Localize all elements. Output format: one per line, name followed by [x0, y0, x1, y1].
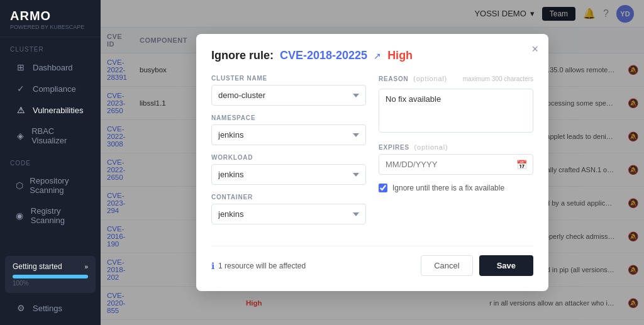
chevron-right-icon: »: [84, 263, 88, 270]
rbac-icon: ◈: [15, 131, 25, 141]
save-button[interactable]: Save: [479, 255, 533, 276]
sidebar-bottom: Getting started » 100% ⚙ Settings: [0, 251, 101, 325]
settings-icon: ⚙: [15, 303, 26, 313]
sidebar-item-compliance[interactable]: ✓ Compliance: [5, 79, 96, 99]
sidebar-item-label: Dashboard: [33, 63, 73, 72]
ignore-rule-modal: × Ignore rule: CVE-2018-20225 ↗ High CLU…: [196, 34, 548, 291]
repo-scanning-icon: ⬡: [15, 180, 23, 190]
sidebar-item-label: Settings: [33, 304, 62, 313]
getting-started-label: Getting started: [13, 262, 62, 271]
sidebar-item-vulnerabilities[interactable]: ⚠ Vulnerabilities: [5, 100, 96, 120]
reason-group: REASON (optional) maximum 300 characters…: [379, 75, 533, 135]
affected-info: ℹ 1 resource will be affected: [211, 261, 306, 271]
modal-severity: High: [387, 49, 413, 62]
namespace-group: NAMESPACE jenkins: [211, 114, 366, 145]
cluster-section-label: CLUSTER: [0, 37, 101, 57]
affected-text: 1 resource will be affected: [218, 262, 306, 270]
modal-close-button[interactable]: ×: [531, 43, 538, 56]
container-label: CONTAINER: [211, 194, 366, 201]
getting-started-widget: Getting started » 100%: [5, 256, 96, 293]
expires-input[interactable]: [379, 154, 533, 175]
sidebar-item-rbac[interactable]: ◈ RBAC Visualizer: [5, 121, 96, 150]
modal-title: Ignore rule:: [211, 49, 274, 62]
checkbox-label: Ignore until there is a fix available: [392, 184, 504, 192]
getting-started-header: Getting started »: [13, 262, 88, 271]
sidebar: ARMO POWERED BY KUBESCAPE CLUSTER ⊞ Dash…: [0, 0, 101, 325]
expires-group: EXPIRES (optional) 📅: [379, 143, 533, 175]
expires-input-wrapper: 📅: [379, 154, 533, 175]
modal-right-column: REASON (optional) maximum 300 characters…: [379, 75, 533, 233]
fix-available-checkbox[interactable]: [379, 184, 387, 192]
code-section-label: CODE: [0, 151, 101, 170]
registry-scanning-icon: ◉: [15, 211, 25, 221]
sidebar-item-label: Vulnerabilities: [33, 106, 83, 115]
cluster-name-label: CLUSTER NAME: [211, 75, 366, 82]
cancel-button[interactable]: Cancel: [421, 255, 472, 276]
calendar-icon: 📅: [516, 160, 527, 170]
workload-select[interactable]: jenkins: [211, 164, 366, 185]
container-select[interactable]: jenkins: [211, 204, 366, 224]
sidebar-item-registry-scanning[interactable]: ◉ Registry Scanning: [5, 201, 96, 230]
namespace-label: NAMESPACE: [211, 114, 366, 121]
sidebar-item-label: Registry Scanning: [31, 206, 86, 225]
modal-body: CLUSTER NAME demo-cluster NAMESPACE jenk…: [211, 75, 533, 233]
modal-header: Ignore rule: CVE-2018-20225 ↗ High: [211, 49, 533, 62]
expires-label: EXPIRES (optional): [379, 143, 533, 151]
sidebar-item-label: RBAC Visualizer: [31, 126, 86, 145]
progress-label: 100%: [13, 280, 88, 287]
progress-bar-background: [13, 275, 88, 278]
modal-overlay: × Ignore rule: CVE-2018-20225 ↗ High CLU…: [101, 0, 644, 325]
app-name: ARMO: [10, 9, 91, 23]
powered-by: POWERED BY KUBESCAPE: [10, 24, 91, 30]
modal-footer: ℹ 1 resource will be affected Cancel Sav…: [211, 246, 533, 276]
external-link-icon[interactable]: ↗: [374, 51, 381, 61]
modal-cve-id: CVE-2018-20225: [280, 49, 367, 62]
modal-left-column: CLUSTER NAME demo-cluster NAMESPACE jenk…: [211, 75, 366, 233]
progress-bar-fill: [13, 275, 88, 278]
cluster-name-group: CLUSTER NAME demo-cluster: [211, 75, 366, 106]
namespace-select[interactable]: jenkins: [211, 124, 366, 145]
reason-max-chars: maximum 300 characters: [463, 75, 533, 82]
reason-header: REASON (optional) maximum 300 characters: [379, 75, 533, 82]
sidebar-item-repo-scanning[interactable]: ⬡ Repository Scanning: [5, 171, 96, 200]
reason-label: REASON (optional): [379, 75, 447, 82]
sidebar-item-label: Compliance: [33, 84, 76, 94]
sidebar-item-label: Repository Scanning: [30, 176, 86, 195]
reason-textarea[interactable]: No fix available: [379, 89, 533, 133]
workload-group: WORKLOAD jenkins: [211, 154, 366, 185]
reason-optional: (optional): [413, 75, 447, 82]
vulnerabilities-icon: ⚠: [15, 105, 26, 115]
container-group: CONTAINER jenkins: [211, 194, 366, 224]
sidebar-item-settings[interactable]: ⚙ Settings: [5, 298, 96, 318]
workload-label: WORKLOAD: [211, 154, 366, 161]
info-icon: ℹ: [211, 261, 214, 271]
cluster-name-select[interactable]: demo-cluster: [211, 85, 366, 106]
checkbox-row: Ignore until there is a fix available: [379, 184, 533, 192]
footer-buttons: Cancel Save: [421, 255, 533, 276]
dashboard-icon: ⊞: [15, 62, 26, 72]
main-content: YOSSI DEMO ▾ Team 🔔 ? YD CVE ID Componen…: [101, 0, 644, 325]
logo-area: ARMO POWERED BY KUBESCAPE: [0, 0, 101, 37]
compliance-icon: ✓: [15, 84, 26, 94]
sidebar-item-dashboard[interactable]: ⊞ Dashboard: [5, 57, 96, 77]
